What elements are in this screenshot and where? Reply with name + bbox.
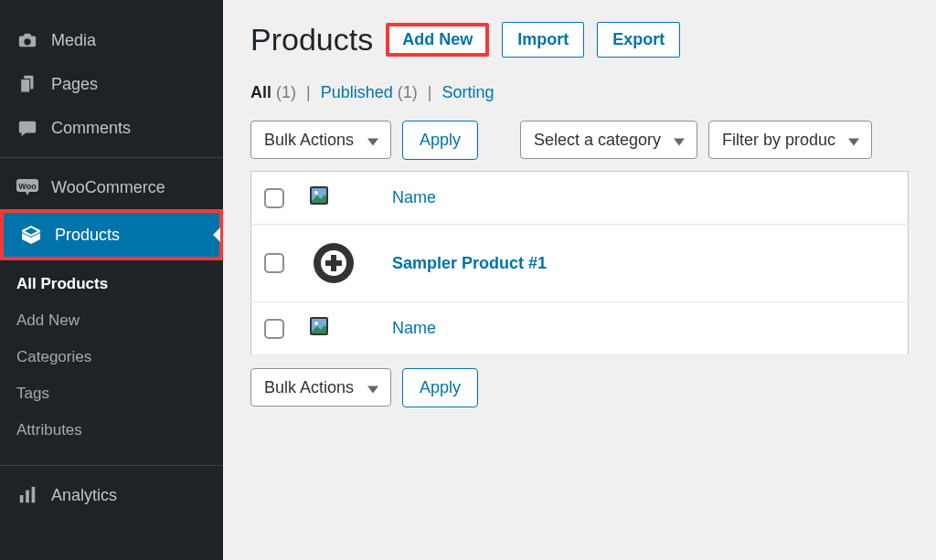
pages-icon bbox=[16, 73, 38, 95]
sidebar-item-analytics[interactable]: Analytics bbox=[0, 473, 223, 517]
submenu-attributes[interactable]: Attributes bbox=[0, 412, 223, 449]
bottom-filters: Bulk Actions Apply bbox=[250, 368, 909, 407]
add-new-button[interactable]: Add New bbox=[386, 23, 489, 57]
export-button[interactable]: Export bbox=[597, 22, 680, 58]
select-all-checkbox[interactable] bbox=[264, 188, 284, 208]
svg-point-0 bbox=[26, 40, 29, 44]
product-thumbnail[interactable] bbox=[310, 239, 357, 287]
product-type-select[interactable]: Filter by produc bbox=[708, 121, 872, 159]
svg-text:Woo: Woo bbox=[18, 182, 37, 191]
svg-rect-12 bbox=[325, 260, 342, 266]
top-filters: Bulk Actions Apply Select a category Fil… bbox=[250, 121, 909, 160]
column-image bbox=[297, 172, 379, 225]
page-title: Products bbox=[250, 22, 373, 58]
submenu-add-new[interactable]: Add New bbox=[0, 302, 223, 339]
products-table: Name Sampler Product #1 bbox=[250, 171, 909, 355]
status-filters: All (1) | Published (1) | Sorting bbox=[250, 83, 909, 102]
product-name-link[interactable]: Sampler Product #1 bbox=[392, 254, 547, 272]
import-button[interactable]: Import bbox=[502, 22, 584, 58]
sidebar-item-comments[interactable]: Comments bbox=[0, 106, 223, 150]
menu-separator bbox=[0, 157, 223, 158]
svg-rect-5 bbox=[32, 487, 36, 502]
sidebar-item-media[interactable]: Media bbox=[0, 18, 223, 62]
sidebar-item-products[interactable]: Products bbox=[0, 209, 223, 260]
sidebar-item-label: Pages bbox=[51, 75, 98, 94]
sidebar-item-label: Analytics bbox=[51, 486, 117, 505]
filter-published[interactable]: Published (1) bbox=[321, 83, 422, 101]
sidebar-item-label: Media bbox=[51, 31, 96, 50]
apply-bulk-button-bottom[interactable]: Apply bbox=[402, 368, 478, 407]
column-name[interactable]: Name bbox=[379, 172, 909, 225]
filter-sorting[interactable]: Sorting bbox=[442, 83, 495, 101]
sidebar-item-label: Comments bbox=[51, 119, 131, 138]
sidebar-item-label: Products bbox=[55, 226, 120, 245]
svg-point-15 bbox=[314, 322, 318, 325]
menu-separator bbox=[0, 465, 223, 466]
submenu-tags[interactable]: Tags bbox=[0, 375, 223, 412]
camera-icon bbox=[16, 29, 38, 51]
category-select[interactable]: Select a category bbox=[520, 121, 697, 159]
row-checkbox[interactable] bbox=[264, 253, 284, 273]
comment-icon bbox=[16, 117, 38, 139]
select-all-checkbox-footer[interactable] bbox=[264, 319, 284, 339]
main-content: Products Add New Import Export All (1) |… bbox=[223, 0, 936, 560]
products-submenu: All Products Add New Categories Tags Att… bbox=[0, 260, 223, 458]
woo-icon: Woo bbox=[16, 176, 38, 198]
page-header: Products Add New Import Export bbox=[250, 22, 909, 58]
bulk-actions-select[interactable]: Bulk Actions bbox=[250, 121, 391, 159]
svg-rect-4 bbox=[26, 491, 29, 503]
submenu-categories[interactable]: Categories bbox=[0, 339, 223, 375]
sidebar-item-pages[interactable]: Pages bbox=[0, 62, 223, 106]
svg-point-8 bbox=[314, 191, 318, 195]
column-image-footer bbox=[297, 302, 379, 355]
table-row: Sampler Product #1 bbox=[251, 225, 909, 302]
sidebar-item-label: WooCommerce bbox=[51, 178, 165, 197]
bulk-actions-select-bottom[interactable]: Bulk Actions bbox=[250, 368, 391, 407]
stats-icon bbox=[16, 484, 38, 506]
image-icon bbox=[310, 317, 328, 335]
sidebar-item-woocommerce[interactable]: Woo WooCommerce bbox=[0, 165, 223, 209]
svg-rect-3 bbox=[20, 495, 24, 502]
submenu-all-products[interactable]: All Products bbox=[0, 266, 223, 302]
image-icon bbox=[310, 186, 328, 205]
apply-bulk-button[interactable]: Apply bbox=[402, 121, 478, 160]
filter-all[interactable]: All (1) bbox=[250, 83, 301, 101]
column-name-footer[interactable]: Name bbox=[379, 302, 909, 355]
admin-sidebar: Media Pages Comments Woo WooCommerce bbox=[0, 0, 223, 560]
box-icon bbox=[20, 224, 42, 246]
